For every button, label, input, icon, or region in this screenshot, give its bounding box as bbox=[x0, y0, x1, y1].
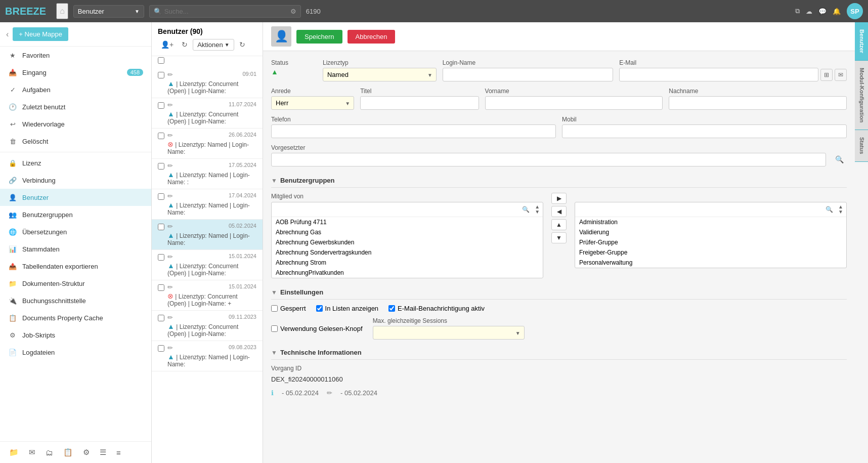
sidebar-item-tabellendaten[interactable]: 📤 Tabellendaten exportieren bbox=[0, 258, 151, 275]
move-left-button[interactable]: ◀ bbox=[551, 206, 567, 217]
group-item[interactable]: Abrechnung Sondervertragskunden bbox=[272, 247, 543, 258]
email-benach-checkbox-label[interactable]: E-Mail-Benachrichtigung aktiv bbox=[388, 305, 485, 312]
item-checkbox[interactable] bbox=[158, 284, 164, 291]
group-item[interactable]: AbrechnungPrivatkunden bbox=[272, 268, 543, 278]
group-item[interactable]: Validierung bbox=[575, 227, 846, 237]
footer-list-btn[interactable]: ☰ bbox=[97, 446, 109, 459]
email-input[interactable] bbox=[619, 68, 818, 81]
groups-left-search-icon[interactable]: 🔍 bbox=[519, 204, 533, 215]
vorgesetzter-search-icon[interactable]: 🔍 bbox=[832, 153, 847, 165]
sidebar-item-wiedervorlage[interactable]: ↩ Wiedervorlage bbox=[0, 115, 151, 133]
tab-benutzer[interactable]: Benutzer bbox=[855, 22, 868, 61]
in-listen-checkbox[interactable] bbox=[316, 305, 323, 312]
item-checkbox[interactable] bbox=[158, 163, 164, 170]
item-checkbox[interactable] bbox=[158, 224, 164, 230]
login-name-input[interactable] bbox=[443, 68, 613, 81]
einstellungen-section-header[interactable]: ▼ Einstellungen bbox=[271, 284, 847, 300]
lizenztyp-select[interactable]: Named Concurrent (Open) Concurrent (Name… bbox=[323, 68, 437, 81]
sort-right-down-icon[interactable]: ▼ bbox=[838, 209, 843, 215]
save-button[interactable]: Speichern bbox=[296, 30, 342, 44]
footer-archive-btn[interactable]: 🗂 bbox=[42, 446, 56, 459]
item-checkbox[interactable] bbox=[158, 315, 164, 321]
sidebar-item-eingang[interactable]: 📥 Eingang 458 bbox=[0, 64, 151, 81]
sidebar-item-uebersetzungen[interactable]: 🌐 Übersetzungen bbox=[0, 223, 151, 240]
group-item[interactable]: AOB Prüfung 4711 bbox=[272, 217, 543, 227]
footer-mail-btn[interactable]: ✉ bbox=[26, 446, 38, 459]
list-item[interactable]: ✏ 09.11.2023 ▲ | Lizenztyp: Concurrent (… bbox=[152, 311, 263, 341]
sidebar-item-favoriten[interactable]: ★ Favoriten bbox=[0, 47, 151, 64]
group-item[interactable]: Abrechnung Gas bbox=[272, 227, 543, 237]
sidebar-item-stammdaten[interactable]: 📊 Stammdaten bbox=[0, 240, 151, 258]
group-item[interactable]: Administration bbox=[575, 217, 846, 227]
sidebar-item-logdateien[interactable]: 📄 Logdateien bbox=[0, 344, 151, 361]
anrede-select[interactable]: Herr Frau Divers bbox=[271, 96, 354, 110]
max-sessions-select[interactable] bbox=[373, 326, 525, 340]
list-item[interactable]: ✏ 09:01 ▲ | Lizenztyp: Concurrent (Open)… bbox=[152, 68, 263, 98]
tab-status[interactable]: Status bbox=[855, 130, 868, 162]
item-checkbox[interactable] bbox=[158, 102, 164, 109]
item-checkbox[interactable] bbox=[158, 193, 164, 200]
sidebar-item-geloescht[interactable]: 🗑 Gelöscht bbox=[0, 133, 151, 150]
select-all-checkbox[interactable] bbox=[158, 57, 164, 64]
technische-section-header[interactable]: ▼ Technische Informationen bbox=[271, 345, 847, 360]
group-item[interactable]: Personalverwaltung bbox=[575, 258, 846, 268]
list-item[interactable]: ✏ 15.01.2024 ▲ | Lizenztyp: Concurrent (… bbox=[152, 250, 263, 280]
list-item[interactable]: ✏ 09.08.2023 ▲ | Lizenztyp: Named | Logi… bbox=[152, 341, 263, 371]
footer-settings-btn[interactable]: ⚙ bbox=[80, 446, 93, 459]
benutzergruppen-section-header[interactable]: ▼ Benutzergruppen bbox=[271, 173, 847, 188]
sidebar-item-dokumenten-struktur[interactable]: 📁 Dokumenten-Struktur bbox=[0, 275, 151, 292]
email-send-icon[interactable]: ✉ bbox=[835, 69, 847, 81]
item-checkbox[interactable] bbox=[158, 254, 164, 261]
edit-date-icon[interactable]: ✏ bbox=[327, 389, 332, 397]
footer-folder-btn[interactable]: 📁 bbox=[6, 446, 22, 459]
telefon-input[interactable] bbox=[271, 124, 556, 138]
move-up-button[interactable]: ▲ bbox=[551, 219, 567, 230]
sidebar-item-lizenz[interactable]: 🔒 Lizenz bbox=[0, 154, 151, 172]
sidebar-item-aufgaben[interactable]: ✓ Aufgaben bbox=[0, 81, 151, 98]
chat-icon[interactable]: 💬 bbox=[818, 8, 827, 15]
footer-menu-btn[interactable]: ≡ bbox=[113, 446, 124, 459]
context-dropdown[interactable]: Benutzer ▼ bbox=[73, 5, 144, 18]
move-down-button[interactable]: ▼ bbox=[551, 232, 567, 243]
new-folder-button[interactable]: + Neue Mappe bbox=[13, 27, 68, 41]
vorname-input[interactable] bbox=[485, 96, 663, 110]
email-benach-checkbox[interactable] bbox=[388, 305, 395, 312]
list-item[interactable]: ✏ 15.01.2024 ⊗ | Lizenztyp: Concurrent (… bbox=[152, 280, 263, 311]
group-item[interactable]: Abrechnung Gewerbskunden bbox=[272, 237, 543, 247]
item-checkbox[interactable] bbox=[158, 72, 164, 78]
sidebar-item-benutzergruppen[interactable]: 👥 Benutzergruppen bbox=[0, 206, 151, 223]
sort-down-icon[interactable]: ▼ bbox=[535, 209, 540, 215]
bell-icon[interactable]: 🔔 bbox=[833, 8, 841, 15]
item-checkbox[interactable] bbox=[158, 345, 164, 352]
sidebar-item-job-skripts[interactable]: ⚙ Job-Skripts bbox=[0, 326, 151, 344]
home-button[interactable]: ⌂ bbox=[56, 3, 68, 19]
actions-dropdown[interactable]: Aktionen ▼ bbox=[193, 39, 234, 51]
titel-input[interactable] bbox=[360, 96, 479, 110]
add-user-button[interactable]: 👤+ bbox=[158, 38, 177, 51]
sidebar-item-benutzer[interactable]: 👤 Benutzer bbox=[0, 189, 151, 206]
verwendung-checkbox[interactable] bbox=[271, 325, 278, 332]
cloud-icon[interactable]: ☁ bbox=[806, 8, 812, 15]
list-item[interactable]: ✏ 05.02.2024 ▲ | Lizenztyp: Named | Logi… bbox=[152, 220, 263, 250]
list-item[interactable]: ✏ 17.04.2024 ▲ | Lizenztyp: Named | Logi… bbox=[152, 189, 263, 220]
groups-right-search-icon[interactable]: 🔍 bbox=[822, 204, 836, 215]
gesperrt-checkbox[interactable] bbox=[271, 305, 278, 312]
tab-modul-konfiguration[interactable]: Modul-Konfiguration bbox=[855, 61, 868, 130]
vorgesetzter-input[interactable] bbox=[271, 153, 826, 166]
sidebar-item-verbindung[interactable]: 🔗 Verbindung bbox=[0, 172, 151, 189]
in-listen-checkbox-label[interactable]: In Listen anzeigen bbox=[316, 305, 379, 312]
copy-icon[interactable]: ⧉ bbox=[795, 7, 800, 15]
groups-left-search[interactable] bbox=[275, 205, 517, 214]
verwendung-checkbox-label[interactable]: Verwendung Gelesen-Knopf bbox=[271, 325, 363, 332]
search-bar[interactable]: 🔍 ⚙ bbox=[149, 5, 301, 18]
cancel-button[interactable]: Abbrechen bbox=[348, 30, 396, 44]
group-item[interactable]: Prüfer-Gruppe bbox=[575, 237, 846, 247]
nachname-input[interactable] bbox=[669, 96, 847, 110]
email-grid-icon[interactable]: ⊞ bbox=[820, 69, 833, 81]
footer-clipboard-btn[interactable]: 📋 bbox=[60, 446, 76, 459]
search-input[interactable] bbox=[164, 8, 288, 15]
user-avatar[interactable]: SP bbox=[847, 3, 863, 19]
move-right-button[interactable]: ▶ bbox=[551, 193, 567, 204]
sidebar-item-buchungsschnittstelle[interactable]: 🔌 Buchungsschnittstelle bbox=[0, 292, 151, 309]
group-item[interactable]: Abrechnung Strom bbox=[272, 258, 543, 268]
